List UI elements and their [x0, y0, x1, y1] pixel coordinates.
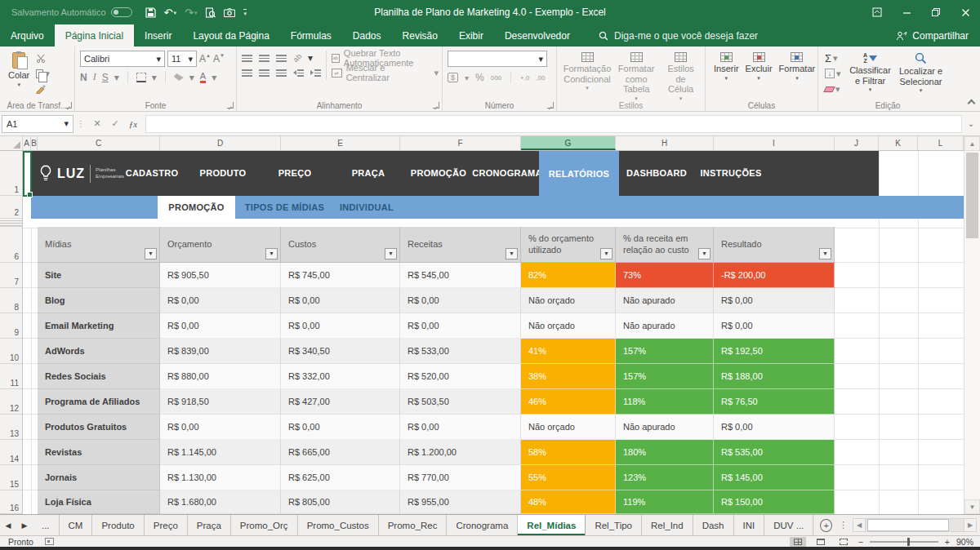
ribbon-tab-dados[interactable]: Dados — [342, 24, 392, 47]
customize-qat-button[interactable]: ▾ — [243, 9, 247, 16]
macro-record-icon[interactable] — [45, 538, 54, 545]
filter-button[interactable]: ▼ — [145, 248, 157, 259]
data-cell[interactable]: Não apurado — [616, 288, 714, 313]
format-cells-button[interactable]: Formatar ▾ — [776, 51, 819, 83]
cut-button[interactable] — [34, 51, 51, 65]
restore-button[interactable] — [921, 0, 951, 24]
data-cell[interactable]: R$ 955,00 — [400, 490, 521, 514]
number-format-select[interactable]: ▾ — [448, 51, 547, 67]
data-cell[interactable]: R$ 0,00 — [160, 288, 281, 313]
print-preview-button[interactable] — [205, 7, 216, 18]
sort-filter-button[interactable]: AZ Classificar e Filtrar ▾ — [846, 51, 895, 96]
filter-button[interactable]: ▼ — [819, 248, 831, 259]
ribbon-tab-layout-da-pagina[interactable]: Layout da Página — [182, 24, 279, 47]
data-cell[interactable]: R$ 520,00 — [400, 364, 521, 389]
font-family-select[interactable]: Calibri▾ — [80, 51, 165, 67]
format-painter-button[interactable] — [34, 82, 51, 96]
row-header-12[interactable]: 12 — [0, 389, 22, 415]
ribbon-tab-formulas[interactable]: Fórmulas — [280, 24, 342, 47]
data-cell[interactable]: R$ 770,00 — [400, 465, 521, 490]
row-header-7[interactable]: 7 — [0, 263, 22, 288]
format-as-table-button[interactable]: Formatar como Tabela ▾ — [612, 51, 660, 104]
media-cell[interactable]: Loja Física — [38, 490, 160, 514]
data-cell[interactable]: 157% — [616, 364, 714, 389]
orientation-button[interactable]: ab — [292, 52, 303, 64]
align-bottom-button[interactable] — [276, 55, 287, 62]
data-cell[interactable]: R$ 533,00 — [400, 339, 521, 364]
hscroll-track[interactable] — [866, 518, 964, 532]
sheet-tab-promo-rec[interactable]: Promo_Rec — [379, 515, 448, 535]
cell-styles-button[interactable]: Estilos de Célula ▾ — [660, 51, 702, 104]
normal-view-button[interactable] — [790, 537, 806, 547]
close-button[interactable] — [951, 0, 980, 24]
increase-decimal-button[interactable]: +,0 — [520, 74, 529, 82]
media-cell[interactable]: AdWords — [38, 339, 160, 364]
row-header-16[interactable]: 16 — [0, 490, 22, 514]
data-cell[interactable]: R$ 745,00 — [281, 263, 400, 288]
underline-button[interactable]: S — [102, 72, 109, 83]
data-cell[interactable]: R$ 0,00 — [714, 288, 835, 313]
undo-button[interactable]: ↶▾ — [164, 7, 176, 19]
data-cell[interactable]: R$ 665,00 — [281, 440, 400, 465]
save-button[interactable] — [145, 7, 156, 18]
media-cell[interactable]: Produtos Gratuitos — [38, 415, 160, 440]
zoom-slider[interactable] — [870, 541, 938, 543]
data-cell[interactable]: 48% — [521, 490, 616, 514]
font-dialog-launcher[interactable] — [227, 102, 234, 109]
find-select-button[interactable]: Localizar e Selecionar ▾ — [895, 51, 947, 96]
column-header-d[interactable]: D — [160, 136, 281, 150]
data-cell[interactable]: R$ 0,00 — [281, 313, 400, 339]
data-cell[interactable]: 55% — [521, 465, 616, 490]
sheet-tab-ini[interactable]: INI — [734, 515, 765, 535]
sheet-prev-button[interactable]: ◀ — [0, 515, 16, 535]
nav-item-instrucoes[interactable]: INSTRUÇÕES — [700, 151, 761, 196]
data-cell[interactable]: R$ 192,50 — [714, 339, 835, 364]
data-cell[interactable]: R$ 503,50 — [400, 389, 521, 415]
data-cell[interactable]: Não orçado — [521, 288, 616, 313]
filter-button[interactable]: ▼ — [265, 248, 278, 259]
data-cell[interactable]: R$ 1.130,00 — [160, 465, 281, 490]
row-header-11[interactable]: 11 — [0, 364, 22, 389]
media-cell[interactable]: Revistas — [38, 440, 160, 465]
media-cell[interactable]: Blog — [38, 288, 160, 313]
sheet-tab-duv[interactable]: DUV ... — [764, 515, 813, 535]
ribbon-tab-exibir[interactable]: Exibir — [448, 24, 494, 47]
column-header-b[interactable]: B — [31, 136, 38, 150]
scroll-down-button[interactable]: ▼ — [964, 499, 980, 514]
clipboard-dialog-launcher[interactable] — [65, 102, 72, 109]
font-color-button[interactable]: A — [200, 72, 206, 83]
data-cell[interactable]: R$ 76,50 — [714, 389, 835, 415]
fill-color-button[interactable] — [174, 73, 184, 81]
delete-cells-button[interactable]: Excluir ▾ — [742, 51, 776, 83]
ribbon-tab-pagina-inicial[interactable]: Página Inicial — [55, 24, 134, 47]
column-header-f[interactable]: F — [400, 136, 521, 150]
sheet-overflow-menu[interactable]: ⋮ — [839, 520, 848, 530]
data-cell[interactable]: R$ 805,00 — [281, 490, 400, 514]
column-header-h[interactable]: H — [616, 136, 714, 150]
copy-button[interactable]: ▾ — [34, 66, 51, 81]
align-center-button[interactable] — [259, 69, 270, 77]
sheet-tab-praca[interactable]: Praça — [188, 515, 231, 535]
filter-button[interactable]: ▼ — [698, 248, 710, 259]
italic-button[interactable]: I — [93, 71, 96, 83]
nav-item-promocao[interactable]: PROMOÇÃO — [411, 151, 466, 196]
nav-item-cronograma[interactable]: CRONOGRAMA — [472, 151, 542, 196]
data-cell[interactable]: R$ 0,00 — [714, 415, 835, 440]
nav-item-cadastro[interactable]: CADASTRO — [126, 151, 179, 196]
spreadsheet-grid[interactable]: 12678910111213141516 LUZ Planilhas Empre… — [0, 151, 964, 514]
zoom-in-button[interactable]: + — [945, 537, 950, 547]
scroll-up-button[interactable]: ▲ — [964, 136, 980, 151]
collapsed-rows-indicator[interactable] — [0, 219, 22, 227]
name-box-dropdown-icon[interactable]: ▾ — [64, 118, 69, 129]
align-middle-button[interactable] — [259, 55, 270, 62]
sheet-tab-[interactable]: ... — [33, 515, 60, 535]
data-cell[interactable]: R$ 145,00 — [714, 465, 835, 490]
subtab-promocao[interactable]: PROMOÇÃO — [158, 196, 235, 219]
page-layout-view-button[interactable] — [813, 537, 829, 547]
column-header-c[interactable]: C — [38, 136, 160, 150]
data-cell[interactable]: R$ 1.145,00 — [160, 440, 281, 465]
media-cell[interactable]: Redes Sociais — [38, 364, 160, 389]
decrease-indent-button[interactable] — [293, 69, 304, 77]
row-header-14[interactable]: 14 — [0, 440, 22, 465]
column-header-a[interactable]: A — [23, 136, 31, 150]
